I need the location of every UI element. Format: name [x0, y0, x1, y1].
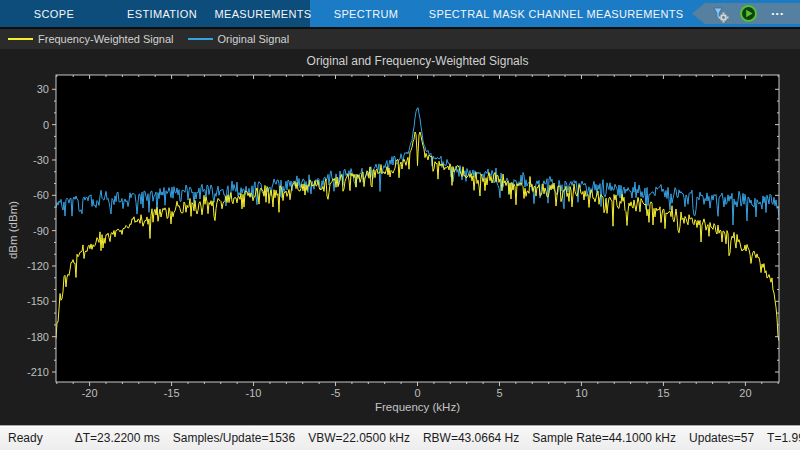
status-updates: Updates=57 — [689, 431, 754, 445]
tab-list: SCOPE ESTIMATION MEASUREMENTS SPECTRUM S… — [0, 0, 680, 27]
svg-text:5: 5 — [496, 387, 502, 399]
run-button[interactable] — [737, 3, 759, 24]
spectrum-settings-button[interactable] — [709, 3, 731, 24]
status-vbw: VBW=22.0500 kHz — [308, 431, 410, 445]
status-time: T=1.9969 — [767, 431, 800, 445]
quick-access-banner: ••• — [685, 0, 800, 27]
svg-text:-210: -210 — [27, 366, 49, 378]
status-sample-rate: Sample Rate=44.1000 kHz — [532, 431, 676, 445]
svg-text:-120: -120 — [27, 260, 49, 272]
legend-entry-frequency-weighted[interactable]: Frequency-Weighted Signal — [8, 33, 174, 45]
figure-area: Original and Frequency-Weighted Signals … — [0, 49, 800, 425]
legend-entry-original[interactable]: Original Signal — [188, 33, 290, 45]
status-samples-per-update: Samples/Update=1536 — [173, 431, 295, 445]
toolstrip-tabbar: SCOPE ESTIMATION MEASUREMENTS SPECTRUM S… — [0, 0, 800, 27]
status-state: Ready — [8, 431, 43, 445]
svg-text:-30: -30 — [33, 154, 49, 166]
status-rbw: RBW=43.0664 Hz — [423, 431, 519, 445]
status-delta-t: ΔT=23.2200 ms — [75, 431, 160, 445]
svg-text:-10: -10 — [246, 387, 262, 399]
legend-bar: Frequency-Weighted Signal Original Signa… — [0, 27, 800, 49]
svg-text:-150: -150 — [27, 295, 49, 307]
tab-measurements[interactable]: MEASUREMENTS — [216, 0, 310, 27]
settings-gear-icon — [711, 5, 729, 23]
legend-line-yellow — [8, 38, 33, 40]
more-options-button[interactable]: ••• — [767, 3, 789, 24]
tab-scope[interactable]: SCOPE — [0, 0, 108, 27]
legend-label: Frequency-Weighted Signal — [38, 33, 174, 45]
axes-background — [56, 75, 779, 382]
plot-area[interactable]: -20-15-10-505101520300-30-60-90-120-150-… — [0, 49, 800, 425]
status-bar: Ready ΔT=23.2200 ms Samples/Update=1536 … — [0, 425, 800, 450]
legend-line-blue — [188, 38, 213, 40]
tab-channel-measurements[interactable]: CHANNEL MEASUREMENTS — [532, 0, 680, 27]
legend-label: Original Signal — [218, 33, 290, 45]
svg-text:-90: -90 — [33, 225, 49, 237]
svg-text:-20: -20 — [82, 387, 98, 399]
spectrum-analyzer-window: SCOPE ESTIMATION MEASUREMENTS SPECTRUM S… — [0, 0, 800, 450]
svg-text:-5: -5 — [331, 387, 341, 399]
svg-text:-60: -60 — [33, 189, 49, 201]
svg-text:0: 0 — [414, 387, 420, 399]
svg-text:-180: -180 — [27, 331, 49, 343]
svg-text:-15: -15 — [164, 387, 180, 399]
tab-estimation[interactable]: ESTIMATION — [108, 0, 216, 27]
play-icon — [739, 4, 758, 23]
svg-text:10: 10 — [575, 387, 587, 399]
tab-spectral-mask[interactable]: SPECTRAL MASK — [422, 0, 532, 27]
svg-text:30: 30 — [37, 83, 49, 95]
svg-text:0: 0 — [43, 119, 49, 131]
svg-text:15: 15 — [657, 387, 669, 399]
svg-text:20: 20 — [739, 387, 751, 399]
tab-spectrum[interactable]: SPECTRUM — [310, 0, 422, 27]
